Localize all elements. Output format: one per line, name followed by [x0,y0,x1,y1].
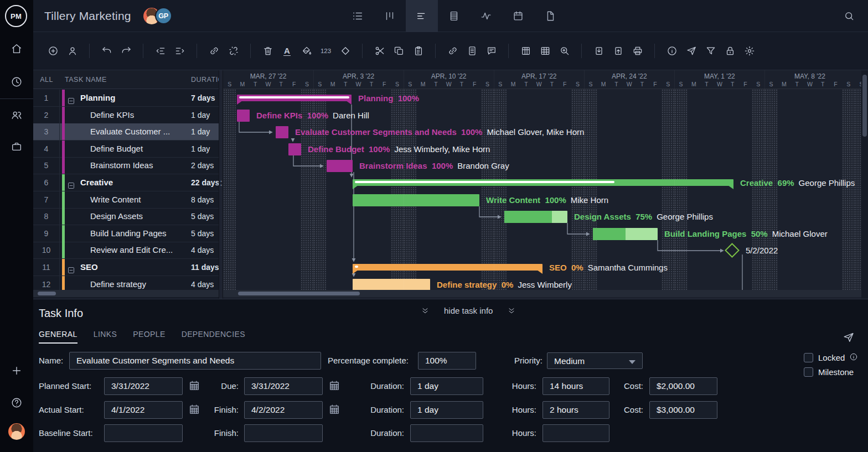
outdent-button[interactable] [151,41,170,61]
date-input[interactable] [104,424,183,442]
task-info-tab-links[interactable]: LINKS [94,330,117,344]
view-tab-docs[interactable] [534,0,566,32]
name-input[interactable]: Evaluate Customer Segments and Needs [69,352,321,370]
columns-button[interactable] [516,41,535,61]
gantt-bar[interactable] [353,179,733,186]
task-row[interactable]: 5Brainstorm Ideas2 days [33,157,219,174]
task-row[interactable]: 8Design Assets5 days [33,208,219,225]
info-button[interactable] [662,41,681,61]
sidebar-team-button[interactable] [0,103,33,127]
duration-input[interactable]: 1 day [410,377,483,395]
add-task-button[interactable] [43,41,63,61]
cut-button[interactable] [370,41,389,61]
task-row[interactable]: 6Creative22 days [33,174,219,191]
milestone-button[interactable] [335,41,355,61]
pm-logo[interactable]: PM [5,5,27,27]
collapse-icon[interactable] [67,94,75,102]
number-button[interactable]: 123 [316,41,335,61]
task-row[interactable]: 11SEO11 days [33,259,219,276]
date-input[interactable] [244,424,323,442]
indent-button[interactable] [170,41,189,61]
lock-button[interactable] [720,41,740,61]
column-header-all[interactable]: ALL [33,70,60,89]
task-info-tab-general[interactable]: GENERAL [39,330,78,344]
comment-button[interactable] [482,41,501,61]
attach-button[interactable] [443,41,462,61]
task-row[interactable]: 4Define Budget1 day [33,141,219,158]
gantt-bar[interactable] [353,264,542,271]
locked-checkbox[interactable] [804,353,813,362]
sidebar-portfolio-button[interactable] [0,134,33,159]
grid-hscrollbar-thumb[interactable] [38,292,56,295]
cost-input[interactable]: $3,000.00 [649,401,717,419]
task-row[interactable]: 3Evaluate Customer ...1 day [33,123,219,141]
hours-input[interactable]: 2 hours [542,401,609,419]
chart-vscrollbar-thumb[interactable] [862,75,867,137]
send-task-icon[interactable] [843,331,855,346]
font-button[interactable]: A [277,41,297,61]
date-input[interactable]: 3/31/2022 [244,377,323,395]
gantt-bar[interactable] [353,194,479,206]
hours-input[interactable]: 14 hours [542,377,609,395]
chart-hscrollbar-thumb[interactable] [238,292,360,295]
assign-button[interactable] [63,41,82,61]
search-button[interactable] [838,0,860,32]
export-button[interactable] [608,41,628,61]
sidebar-my-work-button[interactable] [0,70,33,94]
unlink-tasks-button[interactable] [224,41,243,61]
locked-info-icon[interactable] [849,352,858,363]
priority-select[interactable]: Medium [547,352,643,369]
sidebar-help-button[interactable] [0,391,33,415]
milestone-checkbox[interactable] [804,367,813,377]
column-header-duration[interactable]: DURATION [191,70,219,89]
date-input[interactable]: 4/1/2022 [104,401,183,419]
column-header-task-name[interactable]: TASK NAME [65,70,107,89]
task-row[interactable]: 1Planning7 days [33,90,219,107]
settings-button[interactable] [740,41,759,61]
link-tasks-button[interactable] [204,41,224,61]
grid-chart-splitter[interactable]: •• [219,70,223,299]
view-tab-gantt[interactable] [406,0,438,32]
view-tab-activity[interactable] [470,0,502,32]
paste-button[interactable] [409,41,428,61]
zoom-button[interactable] [555,41,574,61]
date-input[interactable]: 4/2/2022 [244,401,323,419]
collapse-icon[interactable] [67,179,75,187]
undo-button[interactable] [97,41,116,61]
task-row[interactable]: 7Write Content8 days [33,191,219,209]
sidebar-add-button[interactable] [0,359,33,383]
hide-task-info-button[interactable]: hide task info [421,306,516,315]
collapse-icon[interactable] [67,263,75,272]
view-tab-calendar[interactable] [502,0,534,32]
filter-button[interactable] [701,41,720,61]
copy-button[interactable] [389,41,409,61]
notes-button[interactable] [462,41,482,61]
import-button[interactable] [589,41,608,61]
profile-avatar-button[interactable] [0,419,33,444]
fill-color-button[interactable] [297,41,316,61]
duration-input[interactable]: 1 day [410,401,483,419]
view-tab-sheet[interactable] [438,0,470,32]
gantt-bar[interactable] [288,143,301,155]
gantt-bar[interactable] [276,126,288,138]
date-input[interactable]: 3/31/2022 [104,377,183,395]
delete-button[interactable] [258,41,277,61]
gantt-bar[interactable] [504,211,567,223]
task-row[interactable]: 10Review and Edit Cre...4 days [33,242,219,259]
gantt-bar[interactable] [237,110,250,122]
view-tab-board[interactable] [374,0,406,32]
gantt-bar[interactable] [237,95,352,101]
task-row[interactable]: 9Build Landing Pages5 days [33,225,219,242]
calendar-button[interactable] [328,403,342,417]
task-info-tab-dependencies[interactable]: DEPENDENCIES [182,330,245,344]
cost-input[interactable]: $2,000.00 [649,377,717,395]
share-button[interactable] [681,41,701,61]
project-avatars[interactable]: GP [143,7,172,24]
redo-button[interactable] [116,41,136,61]
task-info-tab-people[interactable]: PEOPLE [133,330,165,344]
duration-input[interactable] [410,424,483,442]
table-button[interactable] [535,41,555,61]
calendar-button[interactable] [328,380,342,393]
gantt-bar[interactable] [593,228,658,240]
sidebar-home-button[interactable] [0,37,33,61]
